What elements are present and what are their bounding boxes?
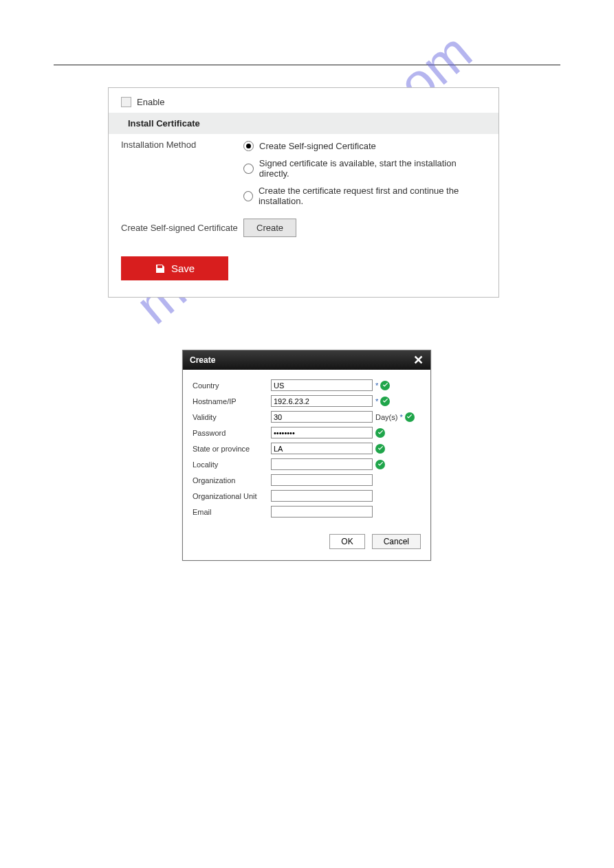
section-header: Install Certificate — [109, 113, 498, 134]
email-input[interactable] — [271, 506, 373, 518]
valid-check-icon — [375, 444, 385, 454]
valid-check-icon — [380, 397, 390, 406]
radio-create-request[interactable]: Create the certificate request first and… — [243, 186, 486, 206]
field-row-locality: Locality — [193, 458, 421, 470]
modal-footer: OK Cancel — [183, 524, 430, 560]
radio-dot-icon — [243, 164, 254, 174]
valid-check-icon — [405, 412, 415, 422]
validity-input[interactable] — [271, 411, 373, 423]
installation-method-options: Create Self-signed Certificate Signed ce… — [243, 140, 486, 206]
installation-method-label: Installation Method — [121, 140, 243, 150]
org_unit-label: Organizational Unit — [193, 492, 271, 500]
radio-dot-icon — [243, 141, 254, 151]
valid-check-icon — [375, 460, 385, 469]
field-row-country: Country* — [193, 379, 421, 391]
radio-label: Create the certificate request first and… — [259, 186, 486, 206]
close-icon[interactable]: ✕ — [413, 355, 424, 365]
organization-label: Organization — [193, 476, 271, 485]
field-row-organization: Organization — [193, 474, 421, 486]
save-button[interactable]: Save — [121, 256, 228, 280]
enable-row: Enable — [109, 88, 498, 113]
save-icon — [155, 263, 166, 274]
create-button[interactable]: Create — [243, 219, 296, 237]
field-row-validity: ValidityDay(s)* — [193, 411, 421, 423]
password-label: Password — [193, 429, 271, 437]
required-star: * — [375, 381, 378, 390]
email-label: Email — [193, 508, 271, 516]
modal-title: Create — [190, 355, 215, 365]
field-row-org_unit: Organizational Unit — [193, 490, 421, 502]
hostname-input[interactable] — [271, 395, 373, 407]
create-modal: Create ✕ Country*Hostname/IP*ValidityDay… — [182, 350, 431, 561]
enable-checkbox[interactable] — [121, 97, 131, 107]
state-suffix — [375, 444, 385, 454]
locality-label: Locality — [193, 460, 271, 469]
validity-unit-label: Day(s) — [375, 413, 397, 421]
validity-suffix: Day(s)* — [375, 412, 415, 422]
required-star: * — [399, 413, 402, 421]
radio-create-self-signed[interactable]: Create Self-signed Certificate — [243, 141, 486, 151]
ok-button[interactable]: OK — [329, 534, 364, 549]
state-label: State or province — [193, 445, 271, 453]
field-row-hostname: Hostname/IP* — [193, 395, 421, 407]
country-suffix: * — [375, 381, 390, 390]
hostname-suffix: * — [375, 397, 390, 406]
save-button-label: Save — [171, 263, 195, 274]
field-row-password: Password — [193, 427, 421, 438]
radio-signed-available[interactable]: Signed certificate is available, start t… — [243, 158, 486, 179]
modal-body: Country*Hostname/IP*ValidityDay(s)*Passw… — [183, 370, 430, 524]
installation-method-row: Installation Method Create Self-signed C… — [109, 134, 498, 206]
field-row-email: Email — [193, 506, 421, 518]
modal-header: Create ✕ — [183, 350, 430, 370]
password-suffix — [375, 428, 385, 438]
locality-input[interactable] — [271, 458, 373, 470]
enable-label: Enable — [137, 97, 164, 107]
page-divider — [54, 65, 560, 65]
radio-label: Create Self-signed Certificate — [259, 141, 376, 151]
valid-check-icon — [380, 381, 390, 390]
locality-suffix — [375, 460, 385, 469]
cancel-button[interactable]: Cancel — [372, 534, 421, 549]
radio-label: Signed certificate is available, start t… — [259, 158, 486, 179]
org_unit-input[interactable] — [271, 490, 373, 502]
country-label: Country — [193, 381, 271, 390]
state-input[interactable] — [271, 443, 373, 454]
hostname-label: Hostname/IP — [193, 397, 271, 405]
field-row-state: State or province — [193, 443, 421, 454]
password-input[interactable] — [271, 427, 373, 438]
create-self-signed-row: Create Self-signed Certificate Create — [109, 213, 498, 237]
validity-label: Validity — [193, 413, 271, 421]
required-star: * — [375, 397, 378, 405]
radio-dot-icon — [243, 191, 253, 201]
install-certificate-panel: Enable Install Certificate Installation … — [108, 87, 499, 298]
valid-check-icon — [375, 428, 385, 438]
country-input[interactable] — [271, 379, 373, 391]
organization-input[interactable] — [271, 474, 373, 486]
create-self-signed-label: Create Self-signed Certificate — [121, 223, 243, 233]
